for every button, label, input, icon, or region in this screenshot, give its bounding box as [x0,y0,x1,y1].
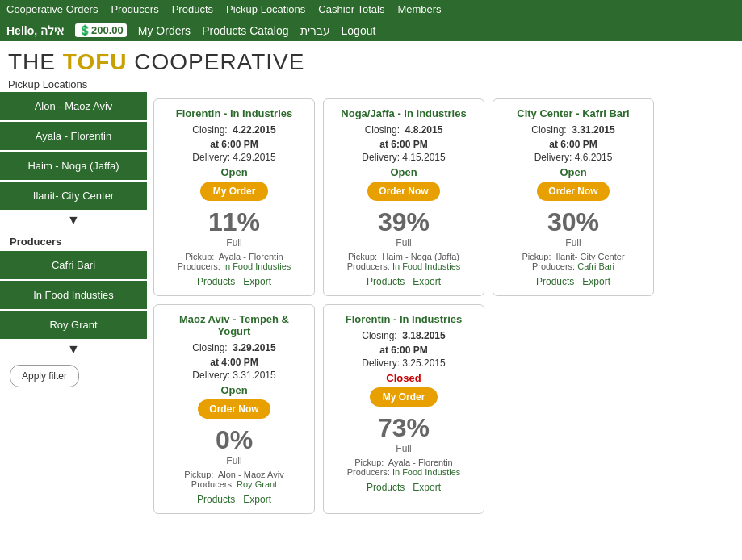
card-full-4: Full [396,443,411,454]
nav-producers[interactable]: Producers [111,3,158,15]
card-links-4: ProductsExport [367,482,441,493]
card-producers-0: Producers: In Food Industies [178,261,291,271]
card-delivery-4: Delivery: 3.25.2015 [362,357,445,369]
card-export-link-1[interactable]: Export [413,276,441,287]
sidebar-item-haim[interactable]: Haim - Noga (Jaffa) [0,152,147,180]
card-button-2[interactable]: Order Now [537,182,609,201]
order-card-0: Florentin - In IndustriesClosing: 4.22.2… [153,98,315,296]
card-links-2: ProductsExport [536,276,610,287]
card-title-3[interactable]: Maoz Aviv - Tempeh & Yogurt [162,313,306,337]
card-full-0: Full [226,237,241,249]
card-products-link-3[interactable]: Products [197,494,235,505]
card-links-1: ProductsExport [367,276,441,287]
card-percent-0: 11% [208,207,260,237]
sidebar-item-alon[interactable]: Alon - Maoz Aviv [0,92,147,120]
sidebar-item-infood[interactable]: In Food Industies [0,281,147,309]
card-closing-4: Closing: 3.18.2015at 6:00 PM [362,328,445,357]
card-status-1: Open [390,166,417,178]
title-highlight: TOFU [63,49,128,74]
order-card-2: City Center - Kafri BariClosing: 3.31.20… [493,98,654,296]
card-title-4[interactable]: Florentin - In Industries [346,313,462,325]
card-percent-1: 39% [378,207,430,237]
card-products-link-2[interactable]: Products [536,276,574,287]
card-pickup-4: Pickup: Ayala - Florentin [354,458,452,467]
card-delivery-2: Delivery: 4.6.2015 [534,152,613,163]
card-button-4[interactable]: My Order [370,387,438,407]
card-pickup-0: Pickup: Ayala - Florentin [185,252,283,261]
card-status-2: Open [560,166,586,178]
balance-amount: 💲200.00 [75,23,127,37]
card-percent-2: 30% [547,207,599,237]
producers-chevron: ▼ [0,341,147,358]
pickup-chevron: ▼ [0,211,147,229]
producers-section-label: Producers [0,229,147,251]
card-producers-3: Producers: Roy Grant [191,479,277,489]
nav-cooperative-orders[interactable]: Cooperative Orders [6,3,98,15]
card-button-0[interactable]: My Order [200,182,269,201]
nav-products[interactable]: Products [172,3,213,15]
apply-filter-button[interactable]: Apply filter [10,365,79,387]
card-pickup-2: Pickup: Ilanit- City Center [522,252,624,261]
top-nav: Cooperative Orders Producers Products Pi… [0,0,742,19]
page-title: THE TOFU COOPERATIVE [8,49,734,75]
card-button-1[interactable]: Order Now [367,182,439,201]
card-export-link-0[interactable]: Export [243,276,271,287]
order-card-1: Noga/Jaffa - In IndustriesClosing: 4.8.2… [323,98,484,296]
card-export-link-4[interactable]: Export [413,482,441,493]
nav-members[interactable]: Members [397,3,441,15]
title-prefix: THE [8,49,63,74]
hebrew-link[interactable]: עברית [300,24,330,37]
card-products-link-4[interactable]: Products [367,482,405,493]
card-producers-2: Producers: Cafri Bari [532,261,614,271]
card-pickup-1: Pickup: Haim - Noga (Jaffa) [348,252,459,261]
order-card-4: Florentin - In IndustriesClosing: 3.18.2… [323,304,484,514]
card-status-0: Open [220,166,247,178]
card-full-1: Full [396,237,411,249]
products-catalog-link[interactable]: Products Catalog [202,24,288,37]
card-closing-0: Closing: 4.22.2015at 6:00 PM [192,123,275,152]
my-orders-link[interactable]: My Orders [138,24,191,37]
card-button-3[interactable]: Order Now [198,399,270,419]
card-status-4: Closed [386,372,421,384]
card-closing-2: Closing: 3.31.2015at 6:00 PM [531,123,614,152]
card-full-2: Full [565,237,581,249]
card-export-link-3[interactable]: Export [243,494,271,505]
card-links-3: ProductsExport [197,494,271,505]
card-title-1[interactable]: Noga/Jaffa - In Industries [341,107,466,119]
sidebar: Alon - Maoz Aviv Ayala - Florentin Haim … [0,92,147,394]
title-suffix: COOPERATIVE [127,49,304,74]
card-delivery-3: Delivery: 3.31.2015 [192,370,275,381]
card-export-link-2[interactable]: Export [582,276,610,287]
card-percent-4: 73% [378,413,430,443]
card-delivery-1: Delivery: 4.15.2015 [362,152,445,163]
sidebar-item-ayala[interactable]: Ayala - Florentin [0,122,147,150]
card-percent-3: 0% [216,425,253,455]
sidebar-item-roygrant[interactable]: Roy Grant [0,311,147,339]
page-title-area: THE TOFU COOPERATIVE [0,41,742,77]
main-layout: Alon - Maoz Aviv Ayala - Florentin Haim … [0,92,742,520]
card-title-2[interactable]: City Center - Kafri Bari [517,107,629,119]
card-links-0: ProductsExport [197,276,271,287]
logout-link[interactable]: Logout [342,24,376,37]
card-products-link-1[interactable]: Products [367,276,405,287]
hello-label: Hello, אילה [6,24,64,37]
card-full-3: Full [226,455,241,466]
nav-pickup-locations[interactable]: Pickup Locations [226,3,305,15]
pickup-locations-label: Pickup Locations [0,77,742,92]
cards-container: Florentin - In IndustriesClosing: 4.22.2… [147,92,742,520]
card-status-3: Open [220,384,247,396]
card-delivery-0: Delivery: 4.29.2015 [192,152,275,163]
card-pickup-3: Pickup: Alon - Maoz Aviv [184,470,283,479]
card-producers-4: Producers: In Food Industies [347,467,461,477]
card-closing-1: Closing: 4.8.2015at 6:00 PM [365,123,443,152]
sidebar-item-cafri[interactable]: Cafri Bari [0,251,147,279]
sidebar-item-ilanit[interactable]: Ilanit- City Center [0,182,147,210]
nav-cashier-totals[interactable]: Cashier Totals [318,3,384,15]
second-bar: Hello, אילה 💲200.00 My Orders Products C… [0,19,742,41]
order-card-3: Maoz Aviv - Tempeh & YogurtClosing: 3.29… [153,304,315,514]
card-producers-1: Producers: In Food Industies [347,261,461,271]
card-closing-3: Closing: 3.29.2015at 4:00 PM [192,341,275,370]
card-title-0[interactable]: Florentin - In Industries [176,107,292,119]
card-products-link-0[interactable]: Products [197,276,235,287]
